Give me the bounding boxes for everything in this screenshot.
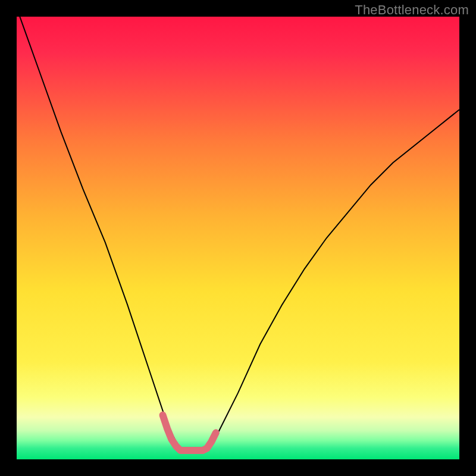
chart-frame: TheBottleneck.com (0, 0, 476, 476)
watermark-label: TheBottleneck.com (355, 2, 469, 18)
plot-area (17, 17, 459, 459)
bottleneck-chart (17, 17, 459, 459)
